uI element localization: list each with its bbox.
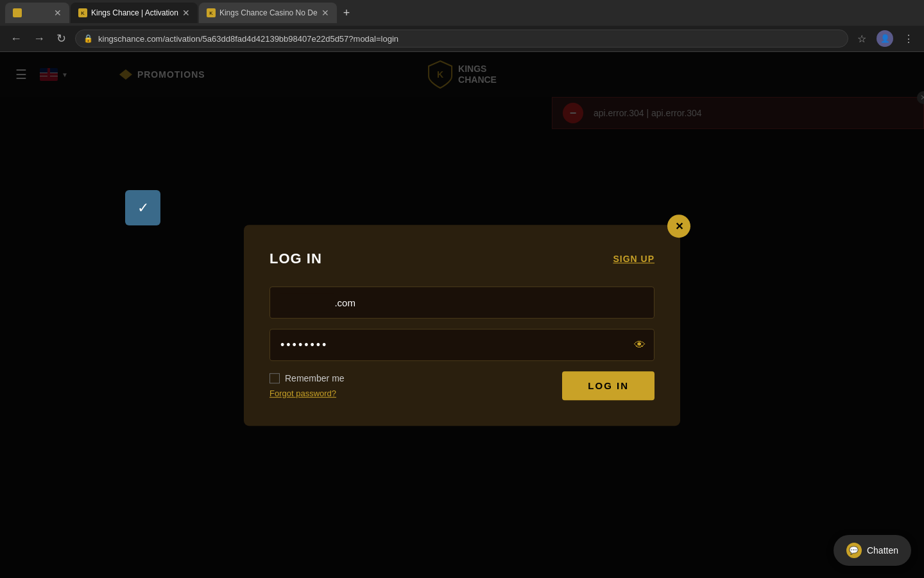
lock-icon: 🔒 [83,34,93,43]
tab-2[interactable]: K Kings Chance | Activation ✕ [71,3,198,23]
menu-button[interactable]: ⋮ [901,30,916,48]
tab-1[interactable]: ✕ [5,3,69,23]
form-footer-left: Remember me Forgot password? [270,373,345,398]
signup-link[interactable]: SIGN UP [613,254,654,264]
remember-me-checkbox[interactable] [270,373,280,383]
email-field-wrapper [270,286,654,319]
browser-chrome: ✕ K Kings Chance | Activation ✕ K Kings … [0,0,924,52]
new-tab-button[interactable]: + [338,4,355,22]
tab-3[interactable]: K Kings Chance Casino No De ✕ [199,3,337,23]
modal-title: LOG IN [270,250,322,267]
tab-2-close[interactable]: ✕ [182,8,190,18]
chat-icon: 💬 [846,543,862,558]
tab-2-title: Kings Chance | Activation [91,8,178,17]
tab-bar: ✕ K Kings Chance | Activation ✕ K Kings … [0,0,924,26]
address-bar[interactable]: 🔒 kingschance.com/activation/5a63dd8fad4… [75,30,848,48]
reload-button[interactable]: ↻ [54,29,69,48]
remember-me-text: Remember me [285,373,345,383]
modal-header: LOG IN SIGN UP [270,250,654,267]
browser-actions: ☆ 👤 ⋮ [855,28,916,49]
email-form-group [270,286,654,319]
show-password-icon[interactable]: 👁 [634,338,646,352]
chat-label: Chatten [867,545,898,556]
address-bar-row: ← → ↻ 🔒 kingschance.com/activation/5a63d… [0,26,924,51]
modal-close-button[interactable]: ✕ [667,215,690,238]
tab-2-favicon: K [78,8,87,17]
remember-me-label[interactable]: Remember me [270,373,345,383]
login-button[interactable]: LOG IN [562,371,654,400]
tab-3-close[interactable]: ✕ [321,8,329,18]
check-mark-icon: ✓ [137,200,149,216]
tab-1-close[interactable]: ✕ [54,8,62,18]
tab-3-title: Kings Chance Casino No De [219,8,318,17]
login-modal: ✕ LOG IN SIGN UP 👁 Remember me Forg [244,225,680,426]
tab-3-favicon: K [207,8,216,17]
avatar[interactable]: 👤 [877,30,893,47]
forgot-password-link[interactable]: Forgot password? [270,389,345,398]
email-redacted-overlay [280,293,334,312]
profile-button[interactable]: 👤 [874,28,896,49]
form-footer: Remember me Forgot password? LOG IN [270,371,654,400]
back-button[interactable]: ← [8,30,24,48]
url-text: kingschance.com/activation/5a63dd8fad4d4… [98,34,398,44]
check-icon-area: ✓ [125,190,160,225]
chat-button[interactable]: 💬 Chatten [834,535,911,566]
password-form-group: 👁 [270,329,654,361]
password-input[interactable] [270,329,654,361]
bookmark-star-button[interactable]: ☆ [855,30,869,48]
website: ☰ ▼ PROMOTIONS K KINGS CHANCE − api.erro… [0,52,924,578]
forward-button[interactable]: → [31,30,47,48]
tab-1-favicon [13,8,22,17]
